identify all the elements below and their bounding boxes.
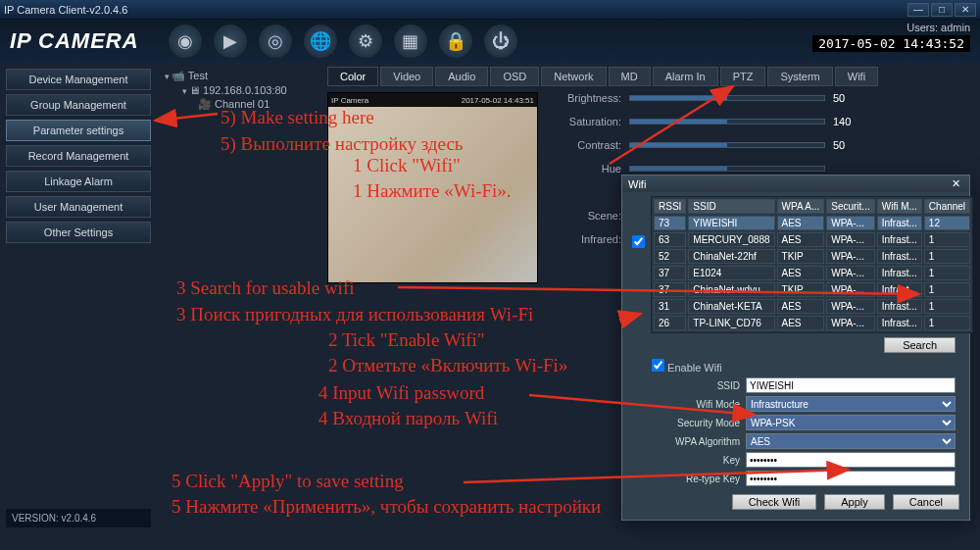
slider-contrast[interactable]: Contrast:50 [558, 139, 862, 151]
ssid-input[interactable] [746, 377, 956, 393]
wifi-networks-table: RSSISSIDWPA A...Securit...Wifi M...Chann… [651, 196, 973, 333]
tab-audio[interactable]: Audio [435, 67, 488, 86]
maximize-button[interactable]: □ [931, 3, 953, 17]
tab-alarm-in[interactable]: Alarm In [653, 67, 718, 86]
users-label: Users: admin [812, 22, 970, 33]
cancel-button[interactable]: Cancel [893, 494, 959, 510]
enable-wifi-label: Enable Wifi [667, 362, 722, 374]
retype-key-input[interactable] [746, 471, 956, 486]
record-icon[interactable]: ◎ [259, 25, 292, 58]
sidebar-item-user[interactable]: User Management [6, 196, 151, 218]
version-label: VERSION: v2.0.4.6 [6, 509, 151, 527]
wifi-row[interactable]: 31ChinaNet-KETAAESWPA-...Infrast...1 [654, 299, 970, 314]
tree-root[interactable]: ▾📹 Test [161, 69, 319, 83]
video-preview: IP Camera2017-05-02 14:43:51 [327, 92, 538, 283]
scene-label: Scene: [558, 210, 621, 222]
sidebar-item-linkage[interactable]: Linkage Alarm [6, 171, 151, 192]
wifi-row[interactable]: 52ChinaNet-22hfTKIPWPA-...Infrast...1 [654, 249, 970, 264]
wifi-row[interactable]: 73YIWEISHIAESWPA-...Infrast...12 [654, 216, 970, 230]
wpa-algorithm-select[interactable]: AES [746, 433, 956, 449]
apply-button[interactable]: Apply [824, 494, 885, 510]
slider-saturation[interactable]: Saturation:140 [558, 116, 862, 127]
tool-icons: ◉ ▶ ◎ 🌐 ⚙ ▦ 🔒 ⏻ [169, 25, 517, 58]
infrared-label: Infrared: [558, 233, 621, 245]
sidebar: Device Management Group Management Param… [0, 63, 157, 533]
timestamp: 2017-05-02 14:43:52 [812, 35, 970, 52]
sidebar-item-other[interactable]: Other Settings [6, 222, 151, 243]
slider-hue[interactable]: Hue [558, 163, 862, 175]
gear-icon[interactable]: ⚙ [349, 25, 382, 58]
close-button[interactable]: ✕ [955, 3, 976, 17]
wifi-row[interactable]: 26TP-LINK_CD76AESWPA-...Infrast...1 [654, 316, 970, 330]
globe-icon[interactable]: 🌐 [304, 25, 337, 58]
tree-channel[interactable]: 🎥 Channel 01 [161, 97, 319, 112]
tab-color[interactable]: Color [327, 67, 378, 86]
window-title: IP Camera Client-v2.0.4.6 [4, 4, 127, 16]
slider-brightness[interactable]: Brightness:50 [558, 92, 862, 104]
wifi-row[interactable]: 37E1024AESWPA-...Infrast...1 [654, 266, 970, 280]
sidebar-item-parameter[interactable]: Parameter settings [6, 120, 151, 141]
wifi-row[interactable]: 63MERCURY_0888AESWPA-...Infrast...1 [654, 232, 970, 247]
search-button[interactable]: Search [884, 337, 956, 353]
wifi-mode-select[interactable]: Infrastructure [746, 396, 956, 412]
tabs: Color Video Audio OSD Network MD Alarm I… [327, 67, 976, 86]
minimize-button[interactable]: — [907, 3, 929, 17]
tab-osd[interactable]: OSD [490, 67, 539, 86]
camera-icon[interactable]: ◉ [169, 25, 202, 58]
sidebar-item-device[interactable]: Device Management [6, 69, 151, 90]
log-icon[interactable]: ▦ [394, 25, 427, 58]
wifi-list-checkbox[interactable] [632, 235, 645, 248]
sidebar-item-record[interactable]: Record Management [6, 145, 151, 167]
app-logo: IP CAMERA [10, 28, 139, 54]
check-wifi-button[interactable]: Check Wifi [732, 494, 817, 510]
wifi-dialog: Wifi ✕ RSSISSIDWPA A...Securit...Wifi M.… [621, 175, 970, 521]
wifi-dialog-title: Wifi ✕ [622, 175, 969, 192]
play-icon[interactable]: ▶ [214, 25, 247, 58]
lock-icon[interactable]: 🔒 [439, 25, 472, 58]
tab-video[interactable]: Video [380, 67, 433, 86]
wifi-dialog-close-icon[interactable]: ✕ [948, 177, 963, 190]
tab-systerm[interactable]: Systerm [767, 67, 832, 86]
toolbar: IP CAMERA ◉ ▶ ◎ 🌐 ⚙ ▦ 🔒 ⏻ Users: admin 2… [0, 20, 980, 63]
key-input[interactable] [746, 452, 956, 468]
titlebar: IP Camera Client-v2.0.4.6 — □ ✕ [0, 0, 980, 20]
sidebar-item-group[interactable]: Group Management [6, 94, 151, 116]
device-tree: ▾📹 Test ▾🖥 192.168.0.103:80 🎥 Channel 01 [157, 63, 323, 533]
tab-md[interactable]: MD [609, 67, 651, 86]
power-icon[interactable]: ⏻ [484, 25, 517, 58]
wifi-row[interactable]: 37ChinaNet-wdvuTKIPWPA-...Infrast...1 [654, 282, 970, 297]
enable-wifi-checkbox[interactable] [652, 359, 664, 372]
tab-network[interactable]: Network [541, 67, 606, 86]
tree-ip[interactable]: ▾🖥 192.168.0.103:80 [161, 83, 319, 97]
security-mode-select[interactable]: WPA-PSK [746, 415, 956, 430]
tab-wifi[interactable]: Wifi [835, 67, 878, 86]
tab-ptz[interactable]: PTZ [720, 67, 766, 86]
